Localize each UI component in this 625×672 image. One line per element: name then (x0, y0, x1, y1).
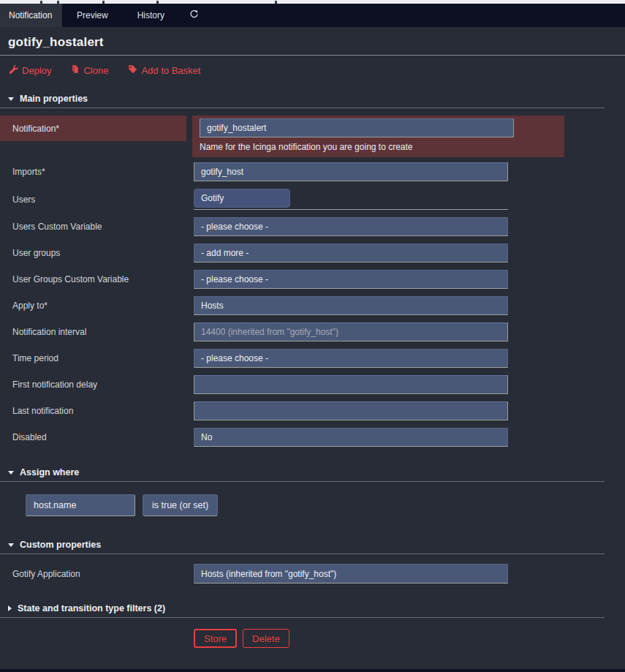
assign-filter-row: is true (or set) (26, 494, 625, 516)
delete-button[interactable]: Delete (243, 629, 289, 648)
apply-to-label: Apply to* (0, 301, 194, 311)
apply-to-select[interactable]: Hosts (194, 296, 508, 315)
users-label: Users (0, 195, 194, 205)
action-links: Deploy Clone Add to Basket (0, 56, 625, 78)
viewport-bottom-edge (0, 669, 625, 672)
notification-interval-input[interactable] (194, 322, 508, 341)
notification-name-input[interactable] (200, 118, 514, 137)
title-row: gotify_hostalert (0, 27, 625, 56)
deploy-link[interactable]: Deploy (9, 63, 51, 78)
time-period-label: Time period (0, 353, 194, 363)
section-assign-where-title: Assign where (20, 467, 79, 477)
clone-link-label: Clone (83, 65, 108, 76)
tab-history[interactable]: History (123, 4, 179, 27)
app-window: Notification Preview History gotify_host… (0, 0, 625, 672)
tab-preview-label: Preview (77, 10, 108, 20)
users-custom-variable-label: Users Custom Variable (0, 222, 194, 232)
form-row-gotify-application: Gotify Application Hosts (inherited from… (0, 564, 625, 584)
expand-arrow-icon (8, 605, 12, 611)
form-row-users: Users Gotify (0, 189, 625, 210)
section-assign-where[interactable]: Assign where (0, 467, 625, 477)
refresh-button[interactable] (183, 4, 205, 27)
section-state-filters[interactable]: State and transition type filters (2) (0, 603, 625, 614)
gotify-application-select[interactable]: Hosts (inherited from "gotify_host") (194, 564, 508, 584)
cropped-browser-edge (0, 0, 625, 4)
clone-icon (71, 64, 80, 76)
tab-preview[interactable]: Preview (62, 4, 123, 27)
browser-chrome-fragment (156, 1, 159, 4)
user-groups-select[interactable]: - add more - (194, 243, 508, 263)
tab-notification[interactable]: Notification (0, 4, 62, 27)
first-notification-delay-label: First notification delay (0, 380, 194, 390)
form-row-notification-interval: Notification interval (0, 322, 625, 341)
form-row-user-groups-custom-variable: User Groups Custom Variable - please cho… (0, 270, 625, 289)
add-to-basket-link-label: Add to Basket (141, 65, 200, 76)
users-multiselect: Gotify (194, 189, 508, 210)
tab-bar: Notification Preview History (0, 4, 625, 27)
users-selected-chip[interactable]: Gotify (194, 189, 290, 208)
user-groups-custom-variable-label: User Groups Custom Variable (0, 274, 194, 284)
gotify-application-label: Gotify Application (0, 569, 194, 579)
form-row-last-notification: Last notification (0, 401, 625, 420)
browser-chrome-fragment (102, 1, 105, 4)
form-row-imports: Imports* (0, 162, 625, 181)
section-state-filters-title: State and transition type filters (2) (18, 603, 165, 614)
notification-description: Name for the Icinga notification you are… (200, 142, 564, 152)
assign-filter-column-input[interactable] (26, 494, 135, 516)
section-main-properties[interactable]: Main properties (0, 94, 625, 104)
imports-input[interactable] (194, 162, 508, 181)
browser-chrome-fragment (40, 1, 42, 4)
tab-history-label: History (137, 10, 164, 20)
form-row-time-period: Time period - please choose - (0, 349, 625, 368)
wrench-icon (9, 64, 18, 76)
assign-filter-operator-select[interactable]: is true (or set) (143, 494, 218, 516)
custom-properties-form: Gotify Application Hosts (inherited from… (0, 564, 625, 584)
section-custom-properties-title: Custom properties (20, 540, 101, 550)
users-custom-variable-select[interactable]: - please choose - (194, 217, 508, 236)
first-notification-delay-input[interactable] (194, 375, 508, 394)
imports-label: Imports* (0, 167, 194, 177)
section-divider (0, 481, 605, 482)
user-groups-custom-variable-select[interactable]: - please choose - (194, 270, 508, 289)
tab-notification-label: Notification (9, 10, 52, 20)
section-divider (0, 617, 605, 618)
main-content: gotify_hostalert Deploy Clone Add to Bas… (0, 27, 625, 648)
collapse-arrow-icon (8, 543, 14, 547)
time-period-select[interactable]: - please choose - (194, 349, 508, 368)
section-divider (0, 107, 605, 108)
section-divider (0, 554, 605, 554)
last-notification-label: Last notification (0, 406, 194, 416)
disabled-label: Disabled (0, 432, 194, 442)
form-buttons: Store Delete (194, 629, 625, 648)
refresh-icon (189, 9, 199, 22)
form-row-first-notification-delay: First notification delay (0, 375, 625, 394)
last-notification-input[interactable] (194, 401, 508, 420)
section-main-properties-title: Main properties (20, 94, 88, 104)
collapse-arrow-icon (8, 97, 14, 101)
form-row-users-custom-variable: Users Custom Variable - please choose - (0, 217, 625, 236)
form-row-apply-to: Apply to* Hosts (0, 296, 625, 315)
browser-chrome-fragment (275, 1, 277, 4)
add-to-basket-link[interactable]: Add to Basket (128, 63, 200, 78)
form-row-disabled: Disabled No (0, 428, 625, 447)
form-row-notification: Notification* Name for the Icinga notifi… (0, 116, 625, 157)
notification-error-wrap: Name for the Icinga notification you are… (192, 116, 564, 157)
page-title: gotify_hostalert (8, 35, 104, 49)
deploy-link-label: Deploy (22, 65, 51, 76)
collapse-arrow-icon (8, 471, 14, 475)
main-properties-form: Notification* Name for the Icinga notifi… (0, 116, 625, 447)
tag-icon (128, 64, 137, 76)
notification-label: Notification* (0, 116, 186, 141)
browser-chrome-fragment (57, 1, 59, 4)
clone-link[interactable]: Clone (71, 63, 108, 78)
store-button[interactable]: Store (194, 629, 237, 648)
notification-interval-label: Notification interval (0, 327, 194, 337)
disabled-select[interactable]: No (194, 428, 508, 447)
form-row-user-groups: User groups - add more - (0, 243, 625, 263)
section-custom-properties[interactable]: Custom properties (0, 540, 625, 550)
user-groups-label: User groups (0, 248, 194, 258)
